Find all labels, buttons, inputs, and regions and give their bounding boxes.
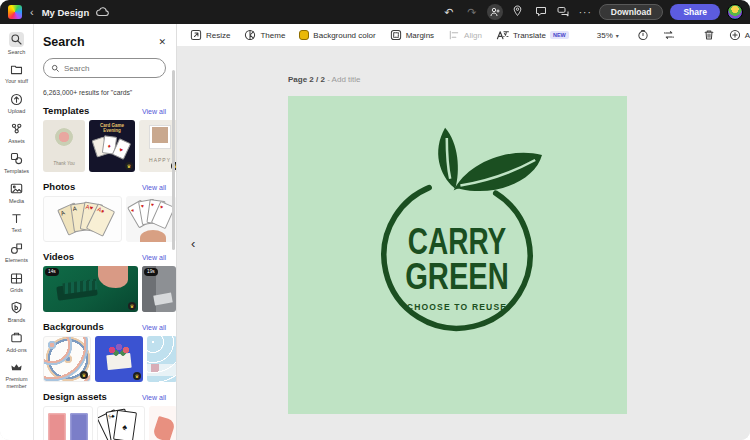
search-icon: [51, 64, 60, 73]
asset-thumbnail-spade-fan[interactable]: 5♣ ♠: [97, 406, 145, 440]
comment-icon[interactable]: [533, 6, 549, 19]
background-thumbnail-envelope-flowers[interactable]: ♛: [95, 336, 143, 382]
page-timing-button[interactable]: [637, 29, 649, 41]
trash-icon: [703, 29, 715, 41]
collapse-panel-icon[interactable]: ‹: [191, 236, 195, 251]
sidebar-item-assets[interactable]: Assets: [0, 118, 34, 148]
sidebar-item-media[interactable]: Media: [0, 178, 34, 208]
reorder-pages-icon: [663, 29, 675, 41]
premium-crown-badge: ♛: [80, 371, 88, 379]
delete-page-button[interactable]: [703, 29, 715, 41]
background-color-button[interactable]: Background color: [299, 30, 375, 40]
sidebar-item-brands[interactable]: Brands: [0, 297, 34, 327]
template-thumbnail-thank-you[interactable]: Thank You: [43, 120, 85, 172]
search-input-box[interactable]: [43, 58, 166, 78]
media-icon: [9, 181, 24, 196]
sidebar-item-grids[interactable]: Grids: [0, 268, 34, 298]
cloud-sync-icon: [96, 3, 109, 21]
sidebar-item-templates[interactable]: Templates: [0, 148, 34, 178]
page-number: Page 2 / 2: [288, 75, 325, 84]
template-thumbnail-card-game[interactable]: Card Game Evening ♦ ♥ ♛: [89, 120, 135, 172]
margins-icon: [390, 29, 402, 41]
redo-icon[interactable]: ↷: [464, 7, 480, 18]
view-all-design-assets-link[interactable]: View all: [142, 394, 166, 401]
user-avatar[interactable]: [727, 4, 743, 20]
design-assets-thumbnails: ♛ 5♣ ♠: [43, 406, 166, 440]
sidebar-item-add-ons[interactable]: Add-ons: [0, 327, 34, 357]
premium-crown-icon: [9, 360, 24, 375]
back-chevron-icon[interactable]: ‹: [29, 7, 35, 18]
theme-button[interactable]: Theme: [244, 29, 285, 41]
sidebar-item-text[interactable]: Text: [0, 208, 34, 238]
section-title-backgrounds: Backgrounds: [43, 321, 104, 332]
video-thumbnail-card-table[interactable]: 14s ♛: [43, 266, 138, 312]
align-button[interactable]: Align: [448, 29, 482, 41]
photo-thumbnail-aces[interactable]: A A A♥ A♦: [43, 196, 122, 242]
document-title[interactable]: My Design: [42, 7, 90, 18]
search-panel-title: Search: [43, 35, 85, 49]
undo-icon[interactable]: ↶: [441, 7, 457, 18]
sidebar-item-search[interactable]: Search: [0, 29, 34, 59]
adobe-express-app: ‹ My Design ↶ ↷ ··· Download Share Searc…: [0, 0, 750, 440]
view-all-templates-link[interactable]: View all: [142, 108, 166, 115]
panel-scrollbar[interactable]: [172, 70, 175, 250]
sidebar-item-elements[interactable]: Elements: [0, 238, 34, 268]
text-icon: [9, 211, 24, 226]
add-page-button[interactable]: Add: [729, 29, 750, 41]
timer-icon: [637, 29, 649, 41]
zoom-level-dropdown[interactable]: 35% ▾: [597, 31, 619, 40]
upload-icon: [9, 92, 24, 107]
view-all-videos-link[interactable]: View all: [142, 254, 166, 261]
background-thumbnail-winter[interactable]: [147, 336, 177, 382]
margins-button[interactable]: Margins: [390, 29, 434, 41]
section-title-photos: Photos: [43, 181, 75, 192]
background-thumbnail-rainbows[interactable]: ♛: [43, 336, 91, 382]
page-title-placeholder[interactable]: - Add title: [327, 75, 360, 84]
backgrounds-thumbnails: ♛ ♛: [43, 336, 166, 382]
chevron-down-icon: ▾: [616, 32, 619, 39]
search-input[interactable]: [64, 64, 158, 73]
asset-thumbnail-partial[interactable]: [149, 406, 177, 440]
sidebar-item-upload[interactable]: Upload: [0, 89, 34, 119]
search-panel: Search ✕ 6,263,000+ results for "cards" …: [34, 24, 177, 440]
sidebar-item-your-stuff[interactable]: Your stuff: [0, 59, 34, 89]
adobe-express-logo-icon[interactable]: [8, 5, 22, 19]
logo-tagline: CHOOSE TO REUSE: [407, 302, 507, 312]
view-all-backgrounds-link[interactable]: View all: [142, 324, 166, 331]
add-icon: [729, 29, 741, 41]
canvas-toolbar: Resize Theme Background color Margins Al…: [177, 24, 750, 46]
view-all-photos-link[interactable]: View all: [142, 184, 166, 191]
resize-button[interactable]: Resize: [190, 29, 230, 41]
translate-button[interactable]: Translate NEW: [496, 29, 569, 41]
folder-icon: [9, 62, 24, 77]
add-collaborator-icon[interactable]: [487, 4, 503, 20]
videos-thumbnails: 14s ♛ 19s: [43, 266, 166, 312]
sidebar-item-premium-member[interactable]: Premium member: [0, 357, 34, 393]
brands-icon: [9, 300, 24, 315]
asset-thumbnail-card-backs[interactable]: ♛: [43, 406, 93, 440]
location-pin-icon[interactable]: [510, 5, 526, 19]
share-button[interactable]: Share: [670, 4, 720, 20]
close-icon[interactable]: ✕: [158, 37, 166, 47]
left-sidebar: Search Your stuff Upload Assets Template…: [0, 24, 34, 440]
design-canvas-page[interactable]: CARRY GREEN CHOOSE TO REUSE: [288, 96, 627, 414]
logo-line2: GREEN: [405, 255, 509, 297]
assets-icon: [9, 121, 24, 136]
align-icon: [448, 29, 460, 41]
page-label: Page 2 / 2 - Add title: [288, 75, 361, 84]
feedback-chat-icon[interactable]: [556, 6, 572, 19]
carry-green-logo[interactable]: CARRY GREEN CHOOSE TO REUSE: [288, 96, 627, 414]
section-title-templates: Templates: [43, 105, 89, 116]
theme-icon: [244, 29, 256, 41]
photos-thumbnails: A A A♥ A♦ ♥ ♥ ♥ ♥: [43, 196, 166, 242]
video-thumbnail-laptop[interactable]: 19s: [142, 266, 176, 312]
reorder-pages-button[interactable]: [663, 29, 675, 41]
new-badge: NEW: [550, 31, 569, 39]
templates-icon: [9, 151, 24, 166]
download-button[interactable]: Download: [599, 4, 664, 21]
section-title-design-assets: Design assets: [43, 391, 107, 402]
resize-icon: [190, 29, 202, 41]
video-duration-badge: 14s: [45, 268, 59, 276]
more-options-icon[interactable]: ···: [579, 7, 592, 18]
photo-thumbnail-hand-cards[interactable]: ♥ ♥ ♥ ♥: [126, 196, 176, 242]
